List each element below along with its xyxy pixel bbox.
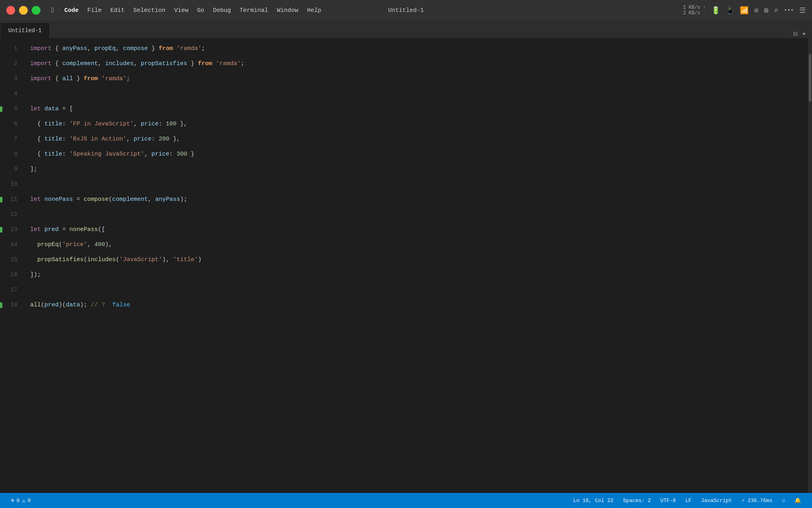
titlebar-right: 1 KB/s ↑2 KB/s 🔋 📱 📶 ⊘ ⊞ ⌕ ••• ☰: [683, 5, 806, 16]
line-num-12: 12: [0, 207, 24, 222]
status-icon: ⊘: [754, 6, 758, 15]
code-line-3: import { all } from 'ramda';: [30, 71, 808, 87]
spaces-text: Spaces: 2: [623, 498, 651, 504]
notification-icon[interactable]: 🔔: [790, 493, 806, 508]
tabbar-right: ⊟ ●: [793, 29, 812, 38]
menu-help[interactable]: Help: [303, 6, 325, 15]
code-line-18: all(pred)(data); // ? false: [30, 298, 808, 313]
error-count[interactable]: ⊗ 0 △ 0: [6, 493, 35, 508]
titlebar:  Code File Edit Selection View Go Debug…: [0, 0, 812, 21]
list-icon: ☰: [799, 6, 806, 15]
code-line-13: let pred = nonePass([: [30, 222, 808, 237]
code-line-4: [30, 87, 808, 102]
code-line-8: { title: 'Speaking JavaScript', price: 3…: [30, 147, 808, 162]
smiley-icon: ☺: [782, 498, 785, 504]
code-line-10: [30, 177, 808, 192]
line-num-3: 3: [0, 71, 24, 87]
close-button[interactable]: [6, 6, 15, 15]
line-num-1: 1: [0, 41, 24, 56]
statusbar: ⊗ 0 △ 0 Ln 18, Col 22 Spaces: 2 UTF-8 LF…: [0, 493, 812, 508]
code-line-14: propEq('price', 400),: [30, 237, 808, 252]
cursor-position[interactable]: Ln 18, Col 22: [569, 493, 618, 508]
more-icon: •••: [784, 7, 794, 13]
tab-untitled[interactable]: Untitled-1: [0, 22, 50, 38]
traffic-lights: [6, 6, 40, 15]
code-line-1: import { anyPass, propEq, compose } from…: [30, 41, 808, 56]
titlebar-left:  Code File Edit Selection View Go Debug…: [6, 5, 325, 16]
spotlight-icon: ⌕: [774, 6, 778, 15]
code-area[interactable]: import { anyPass, propEq, compose } from…: [24, 38, 808, 493]
code-line-9: ];: [30, 162, 808, 177]
menu-debug[interactable]: Debug: [209, 6, 235, 15]
line-num-9: 9: [0, 162, 24, 177]
statusbar-right: Ln 18, Col 22 Spaces: 2 UTF-8 LF JavaScr…: [569, 493, 806, 508]
code-line-12: [30, 207, 808, 222]
maximize-button[interactable]: [32, 6, 40, 15]
wifi-icon: 📶: [740, 6, 749, 15]
code-line-11: let nonePass = compose(complement, anyPa…: [30, 192, 808, 207]
control-center-icon: ⊞: [764, 6, 768, 15]
gutter-dot-13: [0, 227, 2, 233]
line-num-18: 18: [0, 298, 24, 313]
line-num-17: 17: [0, 283, 24, 298]
scrollbar-thumb[interactable]: [809, 54, 811, 102]
spaces-setting[interactable]: Spaces: 2: [618, 493, 655, 508]
split-editor-icon[interactable]: ⊟: [793, 29, 798, 38]
gutter-dot-5: [0, 106, 2, 112]
editor: 1 2 3 4 5 6 7 8 9 10 11 12 13 14 15 16 1…: [0, 38, 812, 493]
menu-terminal[interactable]: Terminal: [236, 6, 272, 15]
line-num-14: 14: [0, 237, 24, 252]
bell-icon: 🔔: [795, 497, 801, 504]
network-speed: 1 KB/s ↑2 KB/s: [683, 5, 706, 16]
line-num-4: 4: [0, 87, 24, 102]
apple-menu[interactable]: : [48, 5, 59, 16]
phone-icon: 📱: [726, 6, 734, 15]
line-num-15: 15: [0, 252, 24, 267]
menu-view[interactable]: View: [170, 6, 192, 15]
line-num-13: 13: [0, 222, 24, 237]
line-ending-text: LF: [686, 498, 692, 504]
tab-label: Untitled-1: [8, 27, 42, 34]
line-num-10: 10: [0, 177, 24, 192]
battery-icon: 🔋: [711, 6, 720, 15]
timing[interactable]: ✓ 236.76ms: [737, 493, 777, 508]
feedback-icon[interactable]: ☺: [777, 493, 790, 508]
line-num-7: 7: [0, 132, 24, 147]
menu-edit[interactable]: Edit: [106, 6, 128, 15]
line-num-11: 11: [0, 192, 24, 207]
minimize-button[interactable]: [19, 6, 28, 15]
menu-code[interactable]: Code: [60, 6, 82, 15]
menu-selection[interactable]: Selection: [129, 6, 169, 15]
scrollbar[interactable]: [808, 38, 812, 493]
menu-bar:  Code File Edit Selection View Go Debug…: [48, 5, 325, 16]
tabbar: Untitled-1 ⊟ ●: [0, 21, 812, 38]
position-text: Ln 18, Col 22: [573, 498, 613, 504]
line-num-2: 2: [0, 56, 24, 71]
line-numbers: 1 2 3 4 5 6 7 8 9 10 11 12 13 14 15 16 1…: [0, 38, 24, 493]
dot-icon[interactable]: ●: [802, 31, 806, 37]
encoding[interactable]: UTF-8: [656, 493, 681, 508]
menu-go[interactable]: Go: [193, 6, 208, 15]
warning-icon: △: [22, 497, 25, 504]
gutter-dot-18: [0, 302, 2, 308]
code-line-5: let data = [: [30, 102, 808, 117]
line-ending[interactable]: LF: [681, 493, 697, 508]
error-num: 0: [17, 498, 20, 504]
code-line-7: { title: 'RxJS in Action', price: 200 },: [30, 132, 808, 147]
code-line-2: import { complement, includes, propSatis…: [30, 56, 808, 71]
error-icon: ⊗: [11, 497, 14, 504]
line-num-6: 6: [0, 117, 24, 132]
language-text: JavaScript: [701, 498, 732, 504]
line-num-5: 5: [0, 102, 24, 117]
statusbar-left: ⊗ 0 △ 0: [6, 493, 35, 508]
code-line-17: [30, 283, 808, 298]
gutter-dot-11: [0, 197, 2, 202]
code-line-6: { title: 'FP in JavaScript', price: 100 …: [30, 117, 808, 132]
warning-num: 0: [27, 498, 31, 504]
language-mode[interactable]: JavaScript: [696, 493, 737, 508]
timing-text: ✓ 236.76ms: [741, 497, 772, 504]
menu-file[interactable]: File: [83, 6, 105, 15]
code-line-15: propSatisfies(includes('JavaScript'), 't…: [30, 252, 808, 267]
menu-window[interactable]: Window: [273, 6, 302, 15]
window-title: Untitled-1: [388, 7, 424, 14]
